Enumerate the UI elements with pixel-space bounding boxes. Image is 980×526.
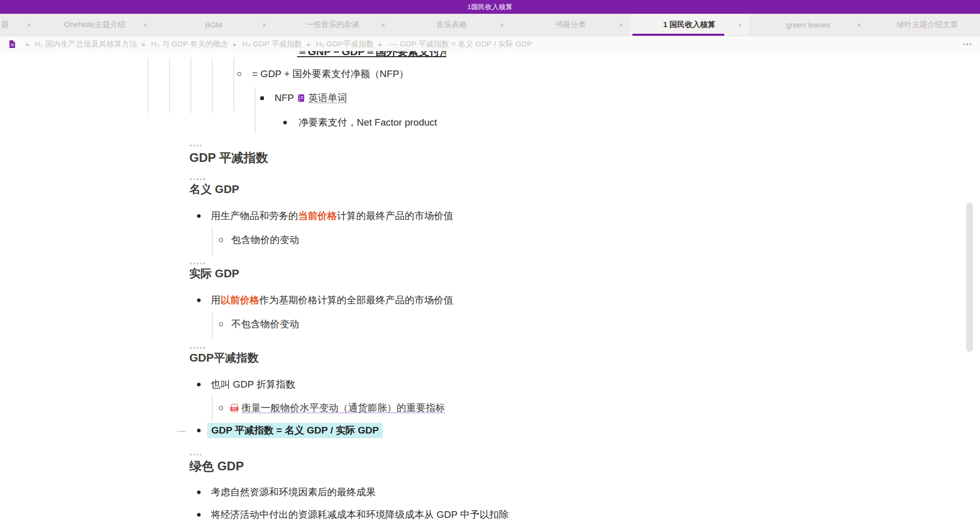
outline-item: 将经济活动中付出的资源耗减成本和环境降级成本从 GDP 中予以扣除 [0, 508, 980, 522]
breadcrumb-item-h2[interactable]: H₂ 国内生产总值及其核算方法 [35, 39, 137, 49]
heading-green-gdp: 绿色 GDP [189, 459, 244, 474]
outline-item: 考虑自然资源和环境因素后的最终成果 [0, 485, 980, 499]
heading-level-dots [190, 262, 205, 265]
close-icon[interactable]: × [618, 21, 625, 29]
outline-item: 用生产物品和劳务的当前价格计算的最终产品的市场价值 [0, 209, 980, 223]
outline-item: 不包含物价变动 [0, 317, 980, 331]
heading-nominal-gdp: 名义 GDP [189, 182, 239, 196]
vertical-scrollbar-thumb[interactable] [966, 203, 973, 352]
bullet-circle-hollow [219, 322, 223, 326]
title-bar: 1国民收入核算 [0, 0, 980, 14]
close-icon[interactable]: × [499, 21, 506, 29]
tab-book-category[interactable]: 书籍分类 × [511, 14, 630, 36]
tab-bgm[interactable]: BGM × [154, 14, 273, 36]
term-text: NFP [275, 91, 294, 105]
text-segment: 用 [211, 295, 220, 305]
bullet-circle [197, 491, 201, 494]
bullet-circle-hollow [219, 406, 223, 410]
chevron-right-icon: ▶ [142, 42, 146, 47]
notebook-icon [298, 94, 305, 102]
bullet-square [260, 97, 264, 100]
emphasis-text: 以前价格 [220, 295, 259, 305]
bullet-circle [283, 121, 287, 125]
bullet-circle [197, 383, 201, 387]
more-icon[interactable]: ••• [964, 42, 973, 47]
outline-item: = GDP + 国外要素支付净额（NFP） [0, 67, 980, 81]
tab-music-talk[interactable]: 一些音乐的杂谈 × [273, 14, 392, 36]
outline-item: 用以前价格作为基期价格计算的全部最终产品的市场价值 [0, 293, 980, 307]
tab-music-table[interactable]: 音乐表格 × [392, 14, 511, 36]
chevron-right-icon: ▶ [379, 42, 382, 47]
tab-label: 题 [1, 20, 9, 30]
tab-green-leaves[interactable]: green leaves × [749, 14, 868, 36]
app-window: 1国民收入核算 题 × OneNote主题介绍 × BGM × 一些音乐的杂谈 … [0, 0, 980, 526]
chevron-right-icon: ▶ [26, 42, 30, 47]
tab-label: 1 国民收入核算 [663, 20, 716, 30]
bullet-circle [197, 214, 201, 218]
outline-text: 净要素支付，Net Factor product [299, 115, 437, 130]
emphasis-text: 当前价格 [298, 210, 337, 221]
outline-text: 将经济活动中付出的资源耗减成本和环境降级成本从 GDP 中予以扣除 [211, 508, 508, 522]
english-word-link[interactable]: 英语单词 [308, 91, 347, 105]
close-icon[interactable]: × [261, 21, 268, 29]
outline-text: PDF 衡量一般物价水平变动（通货膨胀）的重要指标 [231, 401, 445, 415]
outline-item: 包含物价的变动 [0, 233, 980, 247]
bullet-circle-hollow [219, 238, 223, 242]
heading-level-dots [190, 347, 205, 349]
outline-text: NFP 英语单词 [275, 91, 347, 105]
close-icon[interactable]: × [142, 21, 149, 29]
window-title: 1国民收入核算 [468, 3, 513, 12]
outline-text: 包含物价的变动 [231, 233, 299, 247]
clipped-outline-line: ＝GNP－GDP＝国外要素支付净额 [297, 51, 446, 58]
outline-text: 用生产物品和劳务的当前价格计算的最终产品的市场价值 [211, 209, 453, 223]
heading-gdp-deflator: GDP 平减指数 [189, 150, 268, 165]
bullet-circle [197, 299, 201, 302]
collapse-handle[interactable]: ·— [176, 427, 186, 435]
breadcrumb-item-h3[interactable]: H₃ 与 GDP 有关的概念 [151, 39, 229, 49]
outline-text: = GDP + 国外要素支付净额（NFP） [252, 67, 409, 81]
tab-cutoff[interactable]: 题 × [0, 14, 35, 36]
text-segment: 计算的最终产品的市场价值 [337, 210, 453, 221]
breadcrumb: ▶ H₂ 国内生产总值及其核算方法 ▶ H₃ 与 GDP 有关的概念 ▶ H₄ … [0, 36, 980, 52]
heading-level-dots [190, 178, 205, 180]
pdf-icon: PDF [231, 404, 238, 412]
outline-item: 也叫 GDP 折算指数 [0, 377, 980, 392]
tab-bar: 题 × OneNote主题介绍 × BGM × 一些音乐的杂谈 × 音乐表格 ×… [0, 14, 980, 36]
close-icon[interactable]: × [380, 21, 387, 29]
pdf-attachment-link[interactable]: 衡量一般物价水平变动（通货膨胀）的重要指标 [241, 401, 445, 415]
bullet-circle-hollow [237, 72, 241, 76]
outline-item-highlighted: ·— GDP 平减指数 = 名义 GDP / 实际 GDP [0, 422, 980, 439]
tab-label: 一些音乐的杂谈 [306, 20, 359, 30]
tab-label: BGM [205, 20, 222, 29]
outline-item: PDF 衡量一般物价水平变动（通货膨胀）的重要指标 [0, 401, 980, 415]
heading-gdp-deflator-2: GDP平减指数 [189, 351, 259, 365]
note-content: ＝GNP－GDP＝国外要素支付净额 = GDP + 国外要素支付净额（NFP） … [0, 52, 980, 526]
bullet-circle [197, 429, 201, 433]
chevron-right-icon: ▶ [307, 42, 311, 47]
tab-label: OneNote主题介绍 [64, 20, 125, 30]
heading-level-dots [190, 145, 202, 147]
tab-label: 绿叶主题介绍文章 [897, 20, 958, 30]
outline-text: 不包含物价变动 [231, 317, 299, 331]
outline-text: 也叫 GDP 折算指数 [211, 377, 295, 392]
bullet-circle [197, 513, 201, 517]
close-icon[interactable]: × [26, 21, 33, 29]
breadcrumb-item-current[interactable]: ·— GDP 平减指数 = 名义 GDP / 实际 GDP [387, 39, 532, 49]
tab-label: 书籍分类 [555, 20, 586, 30]
tab-onenote-theme[interactable]: OneNote主题介绍 × [35, 14, 154, 36]
heading-real-gdp: 实际 GDP [189, 267, 239, 280]
close-icon[interactable]: × [855, 21, 863, 29]
heading-level-dots [190, 453, 202, 456]
text-segment: 作为基期价格计算的全部最终产品的市场价值 [259, 295, 453, 305]
outline-item: NFP 英语单词 [0, 91, 980, 105]
tab-green-theme-article[interactable]: 绿叶主题介绍文章 [868, 14, 980, 36]
breadcrumb-item-h4[interactable]: H₄ GDP 平减指数 [242, 39, 302, 49]
tab-label: green leaves [787, 20, 830, 29]
pdf-badge: PDF [230, 407, 238, 411]
close-icon[interactable]: × [737, 21, 744, 29]
tab-national-income-active[interactable]: 1 国民收入核算 × [630, 14, 749, 36]
text-segment: 用生产物品和劳务的 [211, 210, 298, 221]
highlighted-formula: GDP 平减指数 = 名义 GDP / 实际 GDP [207, 423, 383, 438]
breadcrumb-item-h5[interactable]: H₅ GDP平减指数 [316, 39, 374, 49]
chevron-right-icon: ▶ [233, 42, 237, 47]
